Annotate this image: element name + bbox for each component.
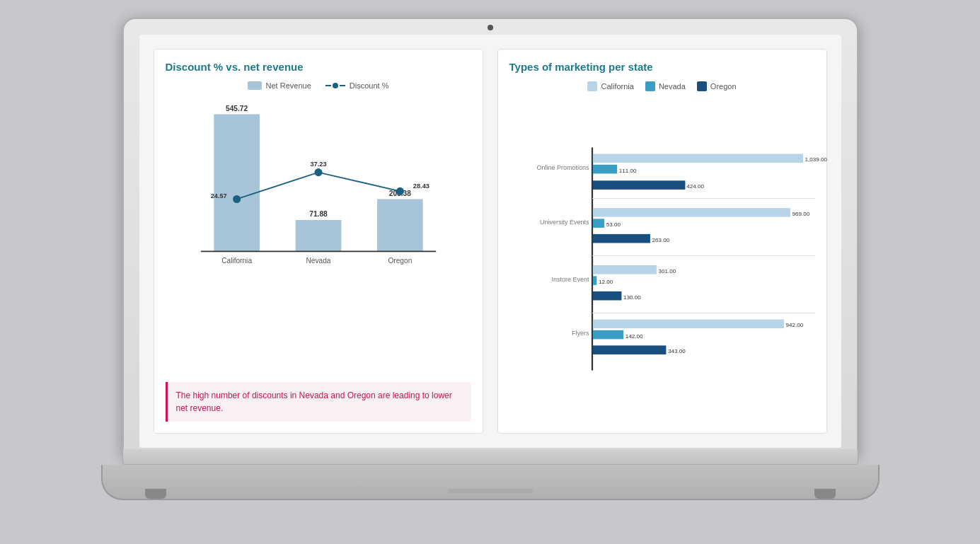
mleg-label-oregon: Oregon	[710, 82, 737, 91]
bar-op-ca	[592, 154, 802, 163]
laptop-screen: Discount % vs. net revenue Net Revenue	[139, 35, 841, 448]
bar-op-or	[592, 180, 685, 190]
cat-online-promotions: Online Promotions	[536, 164, 589, 171]
discount-val-or: 28.43	[413, 182, 429, 189]
bar-fl-or	[592, 345, 666, 354]
left-chart-title: Discount % vs. net revenue	[166, 61, 471, 73]
bar-op-nv	[592, 164, 616, 173]
bar-oregon	[377, 199, 423, 251]
laptop-container: Discount % vs. net revenue Net Revenue	[101, 18, 880, 527]
bar-ie-nv	[592, 276, 596, 285]
bar-ue-or	[592, 233, 650, 243]
left-legend: Net Revenue Discount %	[166, 81, 471, 90]
right-panel: Types of marketing per state California …	[497, 49, 827, 434]
val-ie-nv: 12.00	[599, 279, 613, 285]
dashboard: Discount % vs. net revenue Net Revenue	[139, 35, 841, 448]
val-ue-nv: 53.00	[606, 221, 621, 228]
discount-line	[236, 172, 400, 199]
legend-discount-label: Discount %	[350, 81, 389, 90]
val-fl-nv: 142.00	[625, 332, 642, 339]
laptop-base-bottom	[101, 465, 880, 500]
cat-instore-event: Instore Event	[551, 275, 589, 282]
mleg-oregon: Oregon	[697, 81, 737, 91]
bar-ue-nv	[592, 219, 604, 228]
val-fl-or: 343.00	[668, 348, 686, 354]
horizontal-bar-chart: Online Promotions 1,039.00 111.00 424.00…	[509, 103, 815, 422]
bar-ie-ca	[592, 265, 656, 274]
legend-line-dot	[333, 83, 338, 88]
val-ue-or: 263.00	[652, 236, 669, 243]
left-panel: Discount % vs. net revenue Net Revenue	[154, 49, 483, 434]
marketing-legend: California Nevada Oregon	[509, 81, 815, 91]
bar-fl-ca	[592, 319, 783, 328]
val-ue-ca: 969.00	[792, 210, 809, 216]
xlabel-california: California	[221, 256, 252, 264]
laptop-foot-right	[814, 489, 836, 499]
laptop-lid: Discount % vs. net revenue Net Revenue	[122, 18, 858, 456]
val-ie-ca: 301.00	[658, 267, 676, 274]
bar-nevada-value: 71.88	[309, 210, 328, 218]
val-op-ca: 1,039.00	[805, 156, 827, 163]
dot-nevada	[314, 168, 322, 176]
cat-university-events: University Events	[539, 218, 589, 225]
mleg-color-nevada	[645, 81, 655, 91]
legend-net-revenue-label: Net Revenue	[266, 81, 311, 90]
legend-discount: Discount %	[325, 81, 389, 90]
bar-california-value: 545.72	[226, 104, 248, 112]
legend-line-icon	[325, 83, 345, 88]
bar-line-chart: 545.72 71.88 208.38	[166, 101, 471, 374]
mleg-california: California	[587, 81, 633, 91]
dot-oregon	[396, 187, 403, 195]
bar-ie-or	[592, 291, 621, 300]
dot-california	[233, 195, 241, 202]
camera-dot	[488, 25, 493, 30]
val-op-or: 424.00	[686, 183, 704, 190]
mleg-color-oregon	[697, 81, 707, 91]
bar-nevada	[295, 220, 341, 251]
mleg-color-california	[587, 81, 597, 91]
insight-text: The high number of discounts in Nevada a…	[176, 390, 452, 413]
discount-val-nv: 37.23	[310, 161, 326, 168]
laptop-base-top	[122, 449, 858, 465]
val-op-nv: 111.00	[618, 167, 636, 173]
bar-ue-ca	[592, 208, 790, 217]
mleg-label-nevada: Nevada	[659, 82, 686, 91]
discount-val-ca: 24.57	[210, 192, 226, 199]
cat-flyers: Flyers	[572, 330, 589, 337]
bar-california	[214, 114, 260, 251]
laptop-foot-left	[145, 489, 166, 499]
bar-fl-nv	[592, 330, 623, 339]
val-fl-ca: 942.00	[785, 322, 803, 328]
chart-svg: 545.72 71.88 208.38	[166, 101, 471, 271]
right-chart-title: Types of marketing per state	[509, 61, 815, 73]
laptop-base	[101, 449, 880, 527]
xlabel-nevada: Nevada	[306, 256, 330, 264]
insight-box: The high number of discounts in Nevada a…	[166, 382, 471, 422]
mleg-label-california: California	[601, 82, 633, 91]
legend-net-revenue: Net Revenue	[248, 81, 311, 90]
val-ie-or: 130.00	[623, 294, 641, 300]
legend-bar-color	[248, 81, 262, 90]
xlabel-oregon: Oregon	[388, 256, 412, 264]
mleg-nevada: Nevada	[645, 81, 686, 91]
